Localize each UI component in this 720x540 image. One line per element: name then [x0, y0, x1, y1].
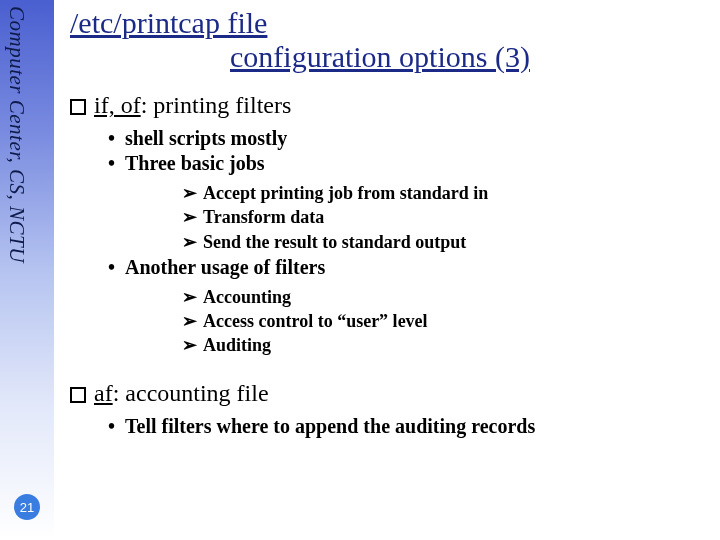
bullet-item: Tell filters where to append the auditin… — [108, 415, 710, 438]
section-heading-text: af: accounting file — [94, 380, 269, 406]
square-bullet-icon — [70, 99, 86, 115]
sidebar-org-text: Computer Center, CS, NCTU — [4, 6, 29, 263]
bullet-list: Tell filters where to append the auditin… — [108, 415, 710, 438]
bullet-list: shell scripts mostly Three basic jobs Ac… — [108, 127, 710, 358]
sub-list: Accounting Access control to “user” leve… — [182, 285, 710, 358]
bullet-item: shell scripts mostly — [108, 127, 710, 150]
slide: Computer Center, CS, NCTU 21 /etc/printc… — [0, 0, 720, 540]
page-number-badge: 21 — [14, 494, 40, 520]
sub-list: Accept printing job from standard in Tra… — [182, 181, 710, 254]
sidebar: Computer Center, CS, NCTU — [0, 0, 54, 540]
sub-item: Transform data — [182, 205, 710, 229]
slide-body: if, of: printing filters shell scripts m… — [70, 92, 710, 438]
sub-item: Accept printing job from standard in — [182, 181, 710, 205]
bullet-item: Another usage of filters — [108, 256, 710, 279]
bullet-item: Three basic jobs — [108, 152, 710, 175]
sub-item: Send the result to standard output — [182, 230, 710, 254]
sub-item: Accounting — [182, 285, 710, 309]
slide-title-line1: /etc/printcap file — [70, 6, 710, 40]
section-heading: af: accounting file — [70, 380, 710, 407]
slide-title-line2: configuration options (3) — [230, 40, 710, 74]
section-heading: if, of: printing filters — [70, 92, 710, 119]
content-area: /etc/printcap file configuration options… — [70, 6, 710, 438]
section-heading-text: if, of: printing filters — [94, 92, 291, 118]
sub-item: Auditing — [182, 333, 710, 357]
sub-item: Access control to “user” level — [182, 309, 710, 333]
square-bullet-icon — [70, 387, 86, 403]
